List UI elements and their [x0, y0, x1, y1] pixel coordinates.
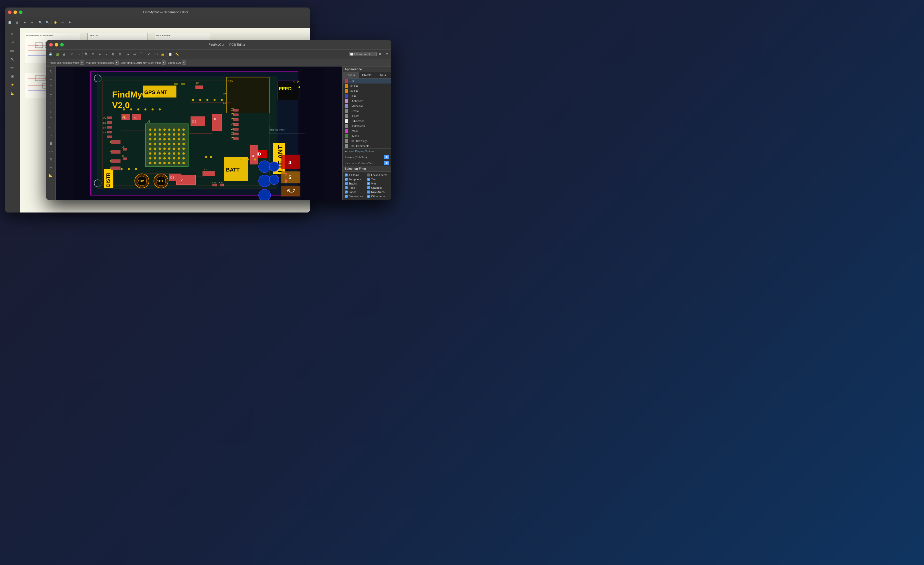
pcb-fill-tool[interactable]: ▓ — [47, 140, 55, 147]
nets-tab[interactable]: Nets — [375, 72, 391, 78]
sch-tool-2[interactable]: mil — [9, 39, 16, 46]
pcb-delete-tool[interactable]: ✂ — [47, 164, 55, 171]
filter-vias-check[interactable]: ✓ — [367, 182, 370, 185]
layer-display-options[interactable]: ▶ Layer Display Options — [343, 149, 391, 154]
pcb-save-icon[interactable]: 💾 — [47, 51, 54, 57]
pcb-arc-icon[interactable]: ⌒ — [138, 51, 144, 57]
track-dropdown[interactable]: ▾ — [80, 60, 84, 65]
pcb-measure-tool[interactable]: 📐 — [47, 171, 55, 179]
layer-in1cu[interactable]: In1.Cu — [343, 84, 391, 89]
pcb-search-icon[interactable]: 🔍 — [83, 51, 90, 57]
pcb-maximize-dot[interactable] — [60, 43, 64, 47]
component-icon[interactable]: ⊕ — [66, 19, 73, 26]
filter-zones-check[interactable]: ✓ — [345, 191, 348, 194]
print-icon[interactable]: 🖨 — [14, 19, 20, 26]
pcb-route-2-icon[interactable]: ⇥ — [131, 51, 138, 57]
layer-fcu[interactable]: F.Cu — [343, 78, 391, 84]
svg-point-216 — [205, 156, 207, 158]
layer-fpaste[interactable]: F.Paste — [343, 108, 391, 114]
layer-bsilkscreen[interactable]: B.Silkscreen — [343, 123, 391, 129]
layer-in2cu[interactable]: In2.Cu — [343, 89, 391, 93]
layers-tab[interactable]: Layers — [343, 72, 359, 78]
sch-tool-8[interactable]: 📐 — [9, 90, 16, 97]
layer-fmask[interactable]: F.Mask — [343, 129, 391, 134]
undo-icon[interactable]: ↩ — [22, 19, 28, 26]
redo-icon[interactable]: ↪ — [29, 19, 35, 26]
pcb-zoom-icon-3[interactable]: ⊟ — [117, 51, 123, 57]
layer-fadhesive[interactable]: F.Adhesive — [343, 99, 391, 104]
pcb-component-icon[interactable]: ⊞ — [54, 51, 60, 57]
filter-pads-check[interactable]: ✓ — [345, 186, 348, 189]
pcb-print-icon[interactable]: 🖨 — [61, 51, 67, 57]
pcb-route-icon[interactable]: ⇢ — [124, 51, 131, 57]
pcb-zoom-in-icon[interactable]: + — [96, 51, 103, 57]
pcb-cross-tool[interactable]: ✛ — [47, 75, 55, 83]
pcb-footprint-tool[interactable]: ⊞ — [47, 155, 55, 163]
save-icon[interactable]: 💾 — [6, 19, 13, 26]
layer-bmask[interactable]: B.Mask — [343, 134, 391, 138]
pcb-zoom-icon-2[interactable]: ⊞ — [110, 51, 117, 57]
filter-ruleareas-check[interactable]: ✓ — [367, 191, 370, 194]
filter-graphics-check[interactable]: ✓ — [367, 186, 370, 189]
close-dot[interactable] — [8, 11, 12, 14]
pcb-redo-icon[interactable]: ↪ — [75, 51, 82, 57]
pcb-netlist-icon[interactable]: 📋 — [167, 51, 174, 57]
pcb-zoom-out-icon[interactable]: - — [103, 51, 110, 57]
presets-button[interactable]: ⊞ — [384, 155, 389, 159]
layer-dropdown[interactable]: F.Silkscreen ▾ — [349, 52, 376, 56]
pcb-drc-icon[interactable]: ✓ — [146, 51, 152, 57]
wire-icon[interactable]: 〰 — [59, 19, 66, 26]
layer-fsilkscreen[interactable]: F.Silkscreen — [343, 119, 391, 123]
via-dropdown[interactable]: ▾ — [115, 60, 119, 65]
filter-text-check[interactable]: ✓ — [367, 178, 370, 181]
filter-dimensions-check[interactable]: ✓ — [345, 195, 348, 198]
pcb-circle-tool[interactable]: ○ — [47, 132, 55, 139]
pcb-settings-icon[interactable]: ⚙ — [377, 51, 383, 57]
layer-badhesive[interactable]: B.Adhesive — [343, 104, 391, 108]
pcb-zoom-fit-icon[interactable]: ⊡ — [90, 51, 96, 57]
filter-tracks-check[interactable]: ✓ — [345, 182, 348, 185]
sch-tool-1[interactable]: in — [9, 30, 16, 38]
layer-userdrawings[interactable]: User.Drawings — [343, 138, 391, 143]
pcb-line-tool[interactable]: / — [47, 108, 55, 115]
maximize-dot[interactable] — [19, 11, 22, 14]
pcb-3d-icon[interactable]: 3D — [153, 51, 159, 57]
pcb-route-tool[interactable]: ⌒ — [47, 84, 55, 91]
pcb-text-tool[interactable]: T — [47, 99, 55, 107]
schematic-left-toolbar: in mil mm ↖ ✏ ▣ ⚡ 📐 — [5, 28, 20, 212]
pcb-arc-tool-left[interactable]: ⌒ — [47, 116, 55, 123]
pcb-lock-icon[interactable]: 🔒 — [159, 51, 166, 57]
viewports-button[interactable]: ⊞ — [384, 161, 389, 165]
filter-lockeditems-check[interactable] — [367, 173, 370, 176]
objects-tab[interactable]: Objects — [359, 72, 375, 78]
pcb-select-tool[interactable]: ↖ — [47, 68, 55, 75]
sch-tool-4[interactable]: ↖ — [9, 56, 16, 63]
pcb-close-dot[interactable] — [49, 43, 53, 47]
pcb-dimension-tool[interactable]: ←→ — [47, 147, 55, 155]
svg-point-64 — [183, 133, 185, 136]
zoom-in-icon[interactable]: 🔍 — [37, 19, 44, 26]
filter-allitems-check[interactable]: ✓ — [345, 173, 348, 176]
sch-tool-7[interactable]: ⚡ — [9, 81, 16, 89]
grid-dropdown[interactable]: ▾ — [162, 60, 166, 65]
layer-bpaste[interactable]: B.Paste — [343, 114, 391, 119]
appearance-header: Appearance — [343, 66, 391, 72]
pcb-undo-icon[interactable]: ↩ — [69, 51, 75, 57]
pcb-rect-tool[interactable]: ▭ — [47, 123, 55, 131]
pcb-canvas[interactable]: FindMyCat V2.0 GPS ANT GPS LTE ANT — [56, 66, 342, 200]
sch-tool-3[interactable]: mm — [9, 47, 16, 54]
zoom-dropdown[interactable]: ▾ — [182, 60, 186, 65]
layer-bcu[interactable]: B.Cu — [343, 93, 391, 99]
pcb-rules-icon[interactable]: 📏 — [174, 51, 180, 57]
filter-footprints-check[interactable]: ✓ — [345, 178, 348, 181]
zoom-out-icon[interactable]: 🔍 — [44, 19, 51, 26]
pcb-minimize-dot[interactable] — [55, 43, 58, 47]
minimize-dot[interactable] — [14, 11, 17, 14]
layer-usercomments[interactable]: User.Comments — [343, 143, 391, 149]
sch-tool-5[interactable]: ✏ — [9, 64, 16, 72]
pcb-pad-tool[interactable]: ⊡ — [47, 92, 55, 99]
pcb-menu-icon[interactable]: ≡ — [384, 51, 390, 57]
move-icon[interactable]: ✋ — [52, 19, 59, 26]
filter-otheritems-check[interactable]: ✓ — [367, 195, 370, 198]
sch-tool-6[interactable]: ▣ — [9, 72, 16, 80]
